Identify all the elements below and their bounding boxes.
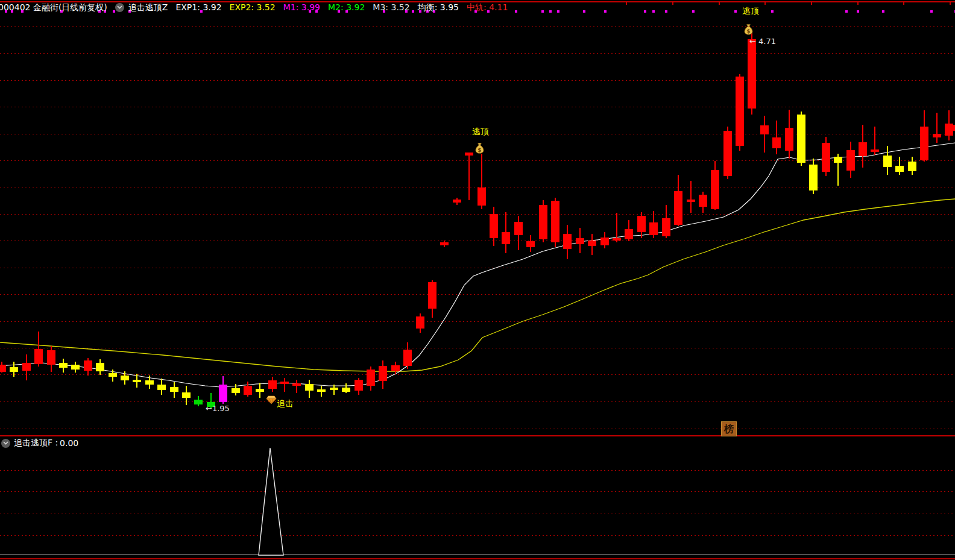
chevron-down-icon — [117, 5, 122, 9]
indicator-spike-triangle — [259, 448, 283, 555]
indicator-value-EXP1: EXP1: 3.92 — [175, 0, 221, 14]
indicator-value-EXP2: EXP2: 3.52 — [230, 0, 276, 14]
indicator-values: EXP1: 3.92EXP2: 3.52M1: 3.99M2: 3.92M3: … — [175, 0, 508, 14]
escape-top-label: 逃顶 — [472, 127, 489, 137]
sub-indicator-collapse-button[interactable] — [1, 439, 10, 448]
high-price-label: ← 4.71 — [749, 37, 776, 46]
sub-panel-header: 追击逃顶F： 0.00 — [1, 438, 78, 448]
indicator-name: 追击逃顶Z — [128, 0, 168, 14]
chevron-down-icon — [3, 441, 8, 445]
indicator-value-均衡: 均衡: 3.95 — [418, 0, 459, 14]
money-bag-icon: $ — [476, 143, 484, 154]
svg-text:$: $ — [746, 28, 750, 34]
gem-icon — [266, 396, 276, 404]
indicator-value-中轨: 中轨: 4.11 — [467, 0, 508, 14]
panel-separator — [0, 435, 955, 436]
rank-badge[interactable]: 榜 — [721, 421, 737, 436]
stock-title: 000402 金融街(日线前复权) — [0, 0, 107, 14]
low-price-label: ←1.95 — [206, 404, 230, 413]
sub-indicator-name: 追击逃顶F： — [14, 438, 61, 448]
main-chart-header: 000402 金融街(日线前复权) 追击逃顶Z EXP1: 3.92EXP2: … — [0, 0, 955, 14]
trading-app-window: 000402 金融街(日线前复权) 追击逃顶Z EXP1: 3.92EXP2: … — [0, 0, 955, 560]
pursue-label: 追击 — [277, 398, 294, 409]
indicator-value-M2: M2: 3.92 — [328, 0, 365, 14]
indicator-value-M1: M1: 3.99 — [283, 0, 320, 14]
sub-indicator-value: 0.00 — [60, 438, 78, 448]
indicator-collapse-button[interactable] — [115, 3, 124, 12]
money-bag-icon: $ — [745, 25, 752, 35]
svg-text:$: $ — [478, 147, 481, 153]
chart-icons-layer: $$ — [0, 0, 955, 560]
indicator-value-M3: M3: 3.52 — [373, 0, 409, 14]
